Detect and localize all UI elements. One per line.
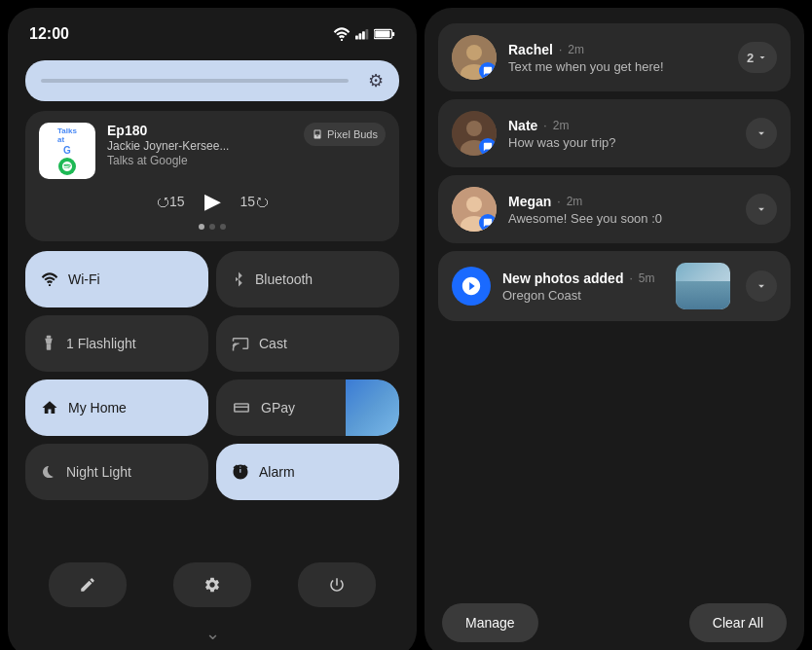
home-tile-icon bbox=[41, 399, 58, 416]
notif-time-nate: 2m bbox=[553, 119, 570, 132]
svg-rect-3 bbox=[362, 31, 365, 39]
tile-night-light[interactable]: Night Light bbox=[25, 444, 208, 500]
svg-point-12 bbox=[466, 45, 482, 60]
gpay-tile-icon bbox=[232, 400, 251, 415]
svg-rect-6 bbox=[392, 32, 394, 36]
tile-bluetooth-label: Bluetooth bbox=[255, 271, 313, 287]
avatar-nate bbox=[452, 111, 497, 156]
photos-app-icon bbox=[452, 267, 491, 306]
cast-tile-icon bbox=[232, 336, 249, 351]
dot-2 bbox=[209, 224, 215, 230]
tile-cast-label: Cast bbox=[259, 336, 287, 351]
svg-rect-4 bbox=[366, 29, 369, 39]
media-play-btn[interactable]: ▶ bbox=[204, 189, 221, 214]
brightness-slider[interactable]: ⚙ bbox=[25, 60, 399, 101]
power-button[interactable] bbox=[298, 562, 376, 607]
notif-time-megan: 2m bbox=[567, 195, 583, 208]
tile-alarm-label: Alarm bbox=[259, 464, 295, 480]
notif-name-nate: Nate bbox=[508, 118, 537, 133]
notif-time-photos: 5m bbox=[639, 271, 655, 285]
tile-bluetooth[interactable]: Bluetooth bbox=[216, 251, 399, 307]
alarm-tile-icon bbox=[232, 463, 249, 481]
signal-icon bbox=[355, 27, 369, 41]
tile-alarm[interactable]: Alarm bbox=[216, 444, 399, 500]
svg-rect-10 bbox=[47, 344, 52, 350]
notif-header-nate: Nate · 2m bbox=[508, 118, 734, 133]
avatar-megan bbox=[452, 187, 497, 232]
notif-header-photos: New photos added · 5m bbox=[502, 271, 664, 286]
svg-point-18 bbox=[466, 197, 482, 212]
dot-3 bbox=[220, 224, 226, 230]
manage-button[interactable]: Manage bbox=[442, 603, 538, 642]
brightness-icon: ⚙ bbox=[368, 70, 384, 91]
tile-flashlight-label: 1 Flashlight bbox=[66, 336, 136, 351]
bottom-bar bbox=[25, 557, 399, 613]
notif-msg-nate: How was your trip? bbox=[508, 135, 734, 150]
gpay-overlay bbox=[346, 379, 399, 436]
avatar-badge-megan bbox=[479, 214, 497, 232]
tile-flashlight[interactable]: 1 Flashlight bbox=[25, 315, 208, 372]
edit-button[interactable] bbox=[49, 562, 127, 607]
svg-point-15 bbox=[466, 121, 482, 136]
wifi-status-icon bbox=[333, 27, 351, 41]
notif-msg-rachel: Text me when you get here! bbox=[508, 59, 726, 74]
tile-wifi-label: Wi-Fi bbox=[68, 271, 100, 287]
notif-expand-rachel[interactable]: 2 bbox=[738, 42, 777, 73]
media-progress-dots bbox=[39, 224, 386, 230]
quick-settings-panel: 12:00 bbox=[8, 8, 417, 650]
notif-header-rachel: Rachel · 2m bbox=[508, 42, 726, 57]
notif-msg-megan: Awesome! See you soon :0 bbox=[508, 211, 734, 226]
notif-name-rachel: Rachel bbox=[508, 42, 553, 57]
notification-megan[interactable]: Megan · 2m Awesome! See you soon :0 bbox=[438, 175, 791, 243]
photos-thumbnail bbox=[676, 263, 730, 309]
night-light-tile-icon bbox=[41, 463, 56, 481]
thumbnail-text: Talksat bbox=[57, 126, 77, 144]
media-card[interactable]: Talksat G Ep180 Jackie Joyner-Kersee... … bbox=[25, 111, 399, 241]
notification-rachel[interactable]: Rachel · 2m Text me when you get here! 2 bbox=[438, 23, 791, 91]
media-info: Ep180 Jackie Joyner-Kersee... Talks at G… bbox=[107, 123, 292, 167]
notif-time-rachel: 2m bbox=[568, 43, 584, 56]
media-forward-btn[interactable]: 15⭮ bbox=[240, 194, 270, 209]
avatar-rachel bbox=[452, 35, 497, 80]
media-rewind-btn[interactable]: ⭯15 bbox=[156, 194, 185, 209]
svg-rect-7 bbox=[375, 31, 389, 38]
clear-all-button[interactable]: Clear All bbox=[689, 603, 787, 642]
notif-header-megan: Megan · 2m bbox=[508, 194, 734, 209]
svg-rect-9 bbox=[47, 336, 52, 339]
notification-actions: Manage Clear All bbox=[438, 599, 791, 642]
quick-tiles-grid: Wi-Fi Bluetooth 1 Flashlight bbox=[25, 251, 399, 500]
photos-thumb-inner bbox=[676, 281, 730, 309]
media-thumbnail: Talksat G bbox=[39, 123, 95, 179]
svg-rect-2 bbox=[359, 33, 362, 39]
notif-count-rachel: 2 bbox=[747, 51, 754, 65]
media-controls[interactable]: ⭯15 ▶ 15⭮ bbox=[39, 189, 386, 214]
notification-nate[interactable]: Nate · 2m How was your trip? bbox=[438, 99, 791, 167]
dot-1 bbox=[199, 224, 204, 230]
status-time: 12:00 bbox=[29, 25, 69, 43]
notif-expand-photos[interactable] bbox=[746, 271, 777, 302]
media-device-badge: Pixel Buds bbox=[304, 123, 386, 146]
notification-photos[interactable]: New photos added · 5m Oregon Coast bbox=[438, 251, 791, 321]
tile-night-light-label: Night Light bbox=[66, 464, 131, 480]
tile-cast[interactable]: Cast bbox=[216, 315, 399, 372]
notif-title-photos: New photos added bbox=[502, 271, 623, 286]
notif-content-megan: Megan · 2m Awesome! See you soon :0 bbox=[508, 194, 734, 226]
tile-wifi[interactable]: Wi-Fi bbox=[25, 251, 208, 307]
notif-expand-megan[interactable] bbox=[746, 194, 777, 225]
avatar-badge-rachel bbox=[479, 62, 497, 80]
tile-my-home-label: My Home bbox=[68, 400, 127, 415]
google-logo: G bbox=[63, 145, 71, 156]
tile-my-home[interactable]: My Home bbox=[25, 379, 208, 436]
avatar-badge-nate bbox=[479, 138, 497, 156]
media-source: Talks at Google bbox=[107, 154, 292, 167]
settings-button[interactable] bbox=[173, 562, 251, 607]
status-bar: 12:00 bbox=[25, 25, 399, 51]
flashlight-tile-icon bbox=[41, 335, 56, 352]
svg-rect-1 bbox=[355, 35, 358, 39]
notif-subtitle-photos: Oregon Coast bbox=[502, 288, 664, 303]
notif-name-megan: Megan bbox=[508, 194, 551, 209]
tile-gpay[interactable]: GPay bbox=[216, 379, 399, 436]
notif-expand-nate[interactable] bbox=[746, 118, 777, 149]
spotify-icon bbox=[58, 158, 76, 175]
collapse-chevron[interactable]: ⌄ bbox=[25, 623, 399, 648]
